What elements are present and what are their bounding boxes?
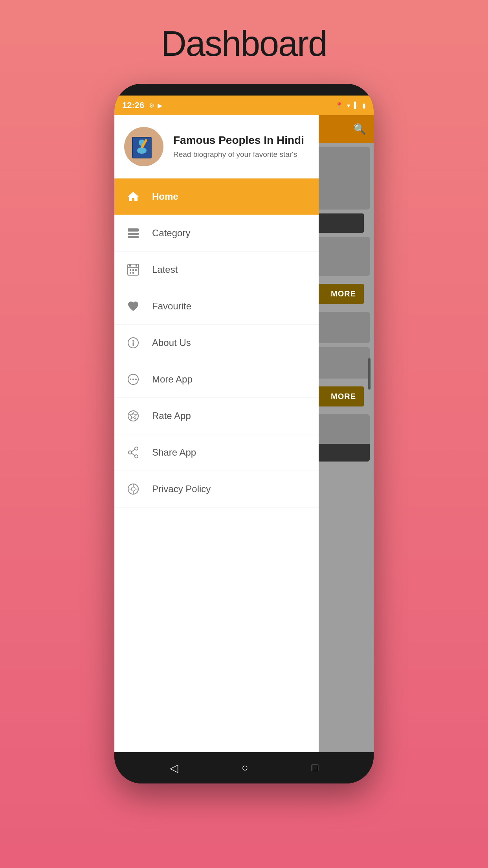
phone-screen: 12:26 ⚙ ▶ 📍 ▾ ▌ ▮ 🔍 LEARN MORE	[114, 96, 374, 752]
favourite-icon	[126, 299, 140, 313]
svg-point-32	[131, 487, 135, 491]
scrollbar[interactable]	[368, 358, 371, 390]
svg-point-26	[135, 447, 138, 450]
menu-item-privacy-policy[interactable]: Privacy Policy	[114, 471, 319, 508]
svg-rect-13	[132, 269, 134, 271]
privacy-policy-icon	[126, 482, 140, 496]
menu-label-about-us: About Us	[152, 337, 191, 348]
svg-point-27	[128, 451, 132, 454]
app-name: Famous Peoples In Hindi	[173, 134, 304, 147]
wifi-icon: ▾	[347, 102, 350, 109]
settings-status-icon: ⚙	[149, 102, 154, 109]
phone-mockup: 12:26 ⚙ ▶ 📍 ▾ ▌ ▮ 🔍 LEARN MORE	[114, 84, 374, 783]
navigation-drawer: Famous Peoples In Hindi Read biography o…	[114, 115, 319, 752]
drawer-header: Famous Peoples In Hindi Read biography o…	[114, 115, 319, 178]
more-app-icon	[126, 372, 140, 386]
signal-icon: ▌	[354, 102, 358, 109]
svg-rect-5	[128, 228, 139, 232]
latest-icon	[126, 263, 140, 277]
svg-rect-15	[130, 272, 131, 274]
menu-item-share-app[interactable]: Share App	[114, 434, 319, 471]
menu-item-rate-app[interactable]: Rate App	[114, 398, 319, 434]
svg-point-28	[135, 455, 138, 458]
category-icon	[126, 226, 140, 240]
svg-rect-16	[132, 272, 134, 274]
app-info: Famous Peoples In Hindi Read biography o…	[173, 134, 304, 160]
menu-label-rate-app: Rate App	[152, 410, 191, 421]
share-app-icon	[126, 445, 140, 460]
menu-item-home[interactable]: Home	[114, 178, 319, 215]
rate-app-icon	[126, 409, 140, 423]
drawer-menu: Home Category	[114, 178, 319, 752]
page-title: Dashboard	[161, 24, 327, 64]
about-us-icon	[126, 336, 140, 350]
svg-rect-7	[128, 236, 139, 238]
menu-item-about-us[interactable]: About Us	[114, 325, 319, 361]
svg-rect-9	[129, 264, 131, 267]
svg-rect-10	[136, 264, 137, 267]
home-icon	[126, 189, 140, 204]
app-logo	[124, 127, 163, 166]
phone-bottom-nav: ◁ ○ □	[114, 752, 374, 783]
menu-label-category: Category	[152, 228, 190, 239]
menu-label-share-app: Share App	[152, 447, 196, 458]
menu-label-home: Home	[152, 191, 178, 202]
more-button-2[interactable]: MORE	[317, 386, 364, 406]
svg-rect-6	[128, 233, 139, 235]
play-status-icon: ▶	[158, 102, 162, 109]
menu-label-latest: Latest	[152, 264, 178, 275]
back-button[interactable]: ◁	[170, 761, 178, 774]
menu-item-favourite[interactable]: Favourite	[114, 288, 319, 325]
svg-rect-14	[135, 269, 137, 271]
svg-point-3	[137, 147, 147, 154]
more-button-1[interactable]: MORE	[317, 284, 364, 304]
svg-point-22	[132, 379, 134, 380]
svg-line-30	[132, 453, 135, 456]
menu-item-more-app[interactable]: More App	[114, 361, 319, 398]
status-time: 12:26	[122, 100, 144, 110]
svg-point-18	[132, 340, 134, 342]
recent-apps-button[interactable]: □	[312, 761, 318, 774]
menu-label-more-app: More App	[152, 374, 193, 385]
svg-point-23	[135, 379, 137, 380]
svg-marker-25	[130, 412, 137, 419]
home-button[interactable]: ○	[242, 761, 248, 774]
location-icon: 📍	[335, 102, 343, 109]
menu-label-favourite: Favourite	[152, 301, 191, 312]
svg-rect-19	[133, 342, 134, 346]
menu-label-privacy-policy: Privacy Policy	[152, 484, 211, 495]
svg-point-21	[130, 379, 131, 380]
battery-icon: ▮	[362, 102, 366, 109]
svg-line-29	[132, 449, 135, 452]
svg-rect-12	[130, 269, 131, 271]
status-bar: 12:26 ⚙ ▶ 📍 ▾ ▌ ▮	[114, 96, 374, 115]
menu-item-latest[interactable]: Latest	[114, 252, 319, 288]
app-tagline: Read biography of your favorite star's	[173, 149, 304, 160]
menu-item-category[interactable]: Category	[114, 215, 319, 252]
